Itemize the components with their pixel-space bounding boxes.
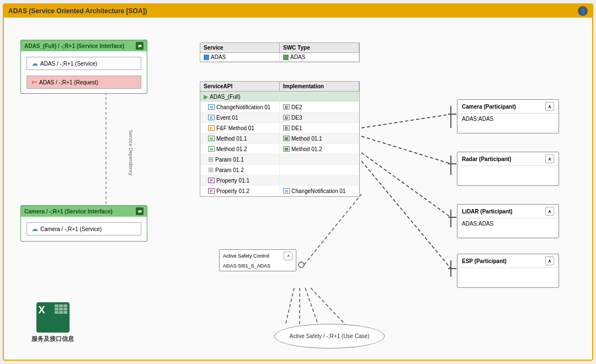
impl-cell-prop11: [280, 175, 359, 185]
api-row-param11: ⊞ Param 01.1: [200, 154, 359, 165]
radar-participant-header: Radar (Participant) ∧: [457, 152, 558, 166]
swctype-col-header: SWC Type: [280, 43, 359, 52]
svg-line-17: [305, 288, 318, 325]
adas-request-box: ↩ ADAS / -;R+1 (Request): [26, 76, 141, 89]
adas-full-icon: ▶: [204, 94, 208, 100]
adas-green-icon: [283, 55, 289, 60]
api-col-header: ServiceAPI: [200, 82, 280, 91]
camera-participant-body: ADAS:ADAS: [457, 114, 558, 133]
lidar-participant-body: ADAS:ADAS: [457, 218, 558, 238]
method11-impl-icon: M: [283, 136, 290, 141]
impl-cell-method12: M Method 01.2: [280, 144, 359, 154]
api-cell-prop12: P Property 01.2: [200, 186, 280, 196]
service-cell-adas: ADAS: [200, 53, 280, 61]
api-row-prop12: P Property 01.2 N ChangeNotification 01: [200, 186, 359, 196]
api-row-method11: M Method 01.1 M Method 01.1: [200, 133, 359, 144]
api-cell-event: E Event 01: [200, 113, 280, 122]
esp-chevron-up[interactable]: ∧: [545, 256, 554, 265]
service-table-row: ADAS ADAS: [200, 53, 359, 62]
camera-service-box: ☁ Camera / -;R+1 (Service): [26, 222, 141, 235]
svg-line-6: [361, 153, 451, 217]
event-icon: E: [208, 115, 215, 120]
window-title: ADAS (Service Oriented Architecture [SOA…: [8, 7, 147, 15]
svg-line-7: [361, 161, 451, 269]
api-cell-changenotif: N ChangeNotification 01: [200, 102, 280, 112]
api-group-cell: ▶ ADAS_(Full): [200, 92, 280, 101]
prop11-icon: P: [208, 178, 215, 183]
camera-service-interface: Camera / -;R+1 (Service Interface) ⇄ ☁ C…: [20, 205, 147, 242]
cloud-icon: ☁: [31, 60, 38, 67]
svg-line-4: [361, 114, 451, 128]
impl-cell-method11: M Method 01.1: [280, 133, 359, 143]
active-safety-box: Active Safety Control ∧ ADAS:SI01_S_ADAS: [219, 249, 296, 271]
adas-service-box: ☁ ADAS / -;R+1 (Service): [26, 57, 141, 70]
api-row-ff: F F&F Method 01 D DE1: [200, 123, 359, 133]
lidar-chevron-up[interactable]: ∧: [545, 207, 554, 216]
impl-col-header: Implementation: [280, 82, 359, 91]
use-case-ellipse: Active Safety / -;R+1 (Use Case): [274, 324, 385, 349]
api-row-event: E Event 01 D DE3: [200, 113, 359, 123]
param11-icon: ⊞: [208, 156, 214, 163]
prop12-icon: P: [208, 188, 215, 194]
excel-grid: [55, 304, 67, 314]
adas-service-label: ADAS / -;R+1 (Service): [40, 61, 97, 67]
service-table: Service SWC Type ADAS ADAS: [200, 42, 360, 62]
api-table: ServiceAPI Implementation ▶ ADAS_(Full) …: [200, 81, 360, 197]
person-icon: 👤: [578, 6, 588, 16]
de3-icon: D: [283, 115, 290, 120]
api-cell-param11: ⊞ Param 01.1: [200, 154, 280, 164]
adas-service-interface: ADAS_(Full) / -;R+1 (Service Interface) …: [20, 40, 147, 94]
impl-cell-event: D DE3: [280, 113, 359, 122]
main-window: ADAS (Service Oriented Architecture [SOA…: [3, 3, 593, 361]
camera-chevron-up[interactable]: ∧: [545, 102, 554, 111]
service-col-header: Service: [200, 43, 280, 52]
method12-impl-icon: M: [283, 146, 290, 152]
camera-si-icon: ⇄: [136, 207, 143, 215]
title-bar: ADAS (Service Oriented Architecture [SOA…: [4, 4, 592, 18]
impl-cell-param12: [280, 165, 359, 175]
camera-cloud-icon: ☁: [31, 225, 38, 233]
excel-label: 服务及接口信息: [31, 335, 74, 343]
excel-area[interactable]: X 服务及接口信息: [31, 302, 74, 343]
ff-icon: F: [208, 125, 215, 131]
impl-cell-changenotif: D DE2: [280, 102, 359, 112]
impl-cell-prop12: N ChangeNotification 01: [280, 186, 359, 196]
canvas: ADAS_(Full) / -;R+1 (Service Interface) …: [4, 18, 592, 360]
adas-si-header: ADAS_(Full) / -;R+1 (Service Interface) …: [21, 40, 147, 51]
svg-line-18: [285, 288, 294, 325]
api-row-prop11: P Property 01.1: [200, 175, 359, 186]
active-safety-chevron[interactable]: ∧: [284, 251, 292, 260]
svg-line-5: [361, 136, 451, 164]
lidar-participant-header: LiDAR (Participant) ∧: [457, 205, 558, 218]
camera-si-header: Camera / -;R+1 (Service Interface) ⇄: [21, 206, 147, 217]
method11-icon: M: [208, 136, 215, 141]
esp-participant-header: ESP (Participant) ∧: [457, 254, 558, 268]
changenotif-impl-icon: N: [283, 188, 290, 194]
api-group-impl: [280, 92, 359, 101]
svg-line-19: [311, 288, 346, 325]
method12-icon: M: [208, 146, 215, 152]
camera-participant-header: Camera (Participant) ∧: [457, 100, 558, 114]
impl-cell-ff: D DE1: [280, 123, 359, 133]
adas-blue-icon: [204, 55, 209, 60]
excel-x-letter: X: [39, 304, 45, 316]
service-table-header: Service SWC Type: [200, 43, 359, 53]
adas-request-label: ADAS / -;R+1 (Request): [39, 79, 98, 85]
radar-participant-body: [457, 166, 558, 185]
excel-icon[interactable]: X: [36, 302, 70, 333]
esp-participant-body: [457, 268, 558, 287]
api-group-header: ▶ ADAS_(Full): [200, 92, 359, 102]
adas-si-icon: ⇄: [136, 42, 143, 50]
api-cell-prop11: P Property 01.1: [200, 175, 280, 185]
camera-si-title: Camera / -;R+1 (Service Interface): [24, 208, 113, 215]
radar-chevron-up[interactable]: ∧: [545, 154, 554, 163]
api-cell-ff: F F&F Method 01: [200, 123, 280, 133]
api-cell-method11: M Method 01.1: [200, 133, 280, 143]
camera-participant: Camera (Participant) ∧ ADAS:ADAS: [457, 99, 559, 133]
api-cell-param12: ⊞ Param 01.2: [200, 165, 280, 175]
svg-line-23: [304, 194, 361, 265]
api-table-header: ServiceAPI Implementation: [200, 82, 359, 92]
api-row-param12: ⊞ Param 01.2: [200, 165, 359, 175]
api-row-method12: M Method 01.2 M Method 01.2: [200, 144, 359, 154]
service-dependency-label: Service Dependency: [128, 130, 134, 175]
